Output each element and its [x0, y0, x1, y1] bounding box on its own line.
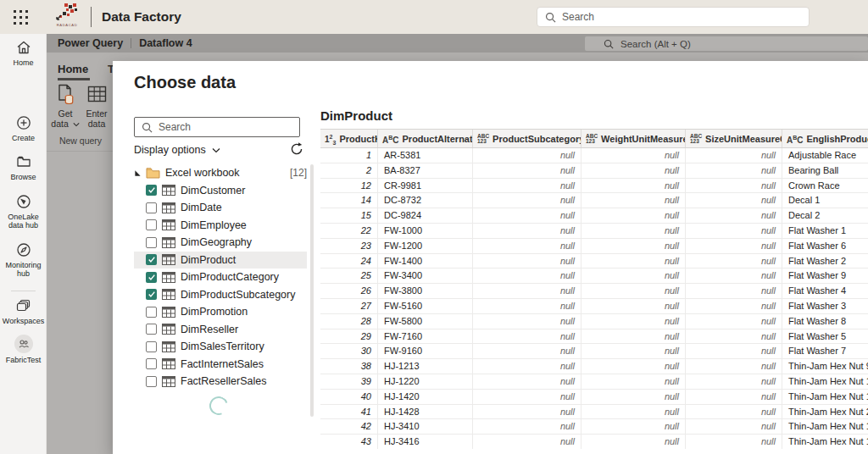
sidebar-item-create[interactable]: Create — [0, 114, 47, 142]
get-data-button[interactable]: Get data — [50, 83, 81, 129]
cell-ProductSubcategoryKey: null — [473, 284, 581, 298]
sidebar-item-home[interactable]: Home — [0, 39, 47, 67]
cell-ProductSubcategoryKey: null — [473, 359, 581, 374]
table-row: 23FW-1200nullnullnullFlat Washer 6 — [320, 239, 868, 254]
cell-EnglishProductName: Thin-Jam Hex Nut 15 — [782, 419, 868, 434]
preview-table-container: 123ProductKeyABCProductAlternateKeyABC12… — [320, 129, 868, 449]
cell-SizeUnitMeasureCode: null — [686, 148, 782, 163]
column-name: ProductAlternateKey — [403, 134, 473, 144]
sidebar-item-monitoring-hub[interactable]: Monitoring hub — [0, 241, 47, 278]
checkbox-checked[interactable] — [146, 272, 157, 283]
enter-data-label: Enter data — [86, 108, 107, 129]
tree-root-count: [12] — [290, 167, 307, 179]
checkbox-unchecked[interactable] — [146, 202, 157, 213]
table-icon — [162, 289, 175, 300]
get-data-label: Get data — [51, 108, 72, 129]
column-name: ProductKey — [339, 134, 378, 144]
cell-ProductAlternateKey: CR-9981 — [378, 179, 473, 193]
table-icon — [162, 341, 175, 352]
column-header-SizeUnitMeasureCode[interactable]: ABC123SizeUnitMeasureCode — [686, 130, 782, 147]
sidebar-item-browse[interactable]: Browse — [0, 153, 47, 181]
sidebar-item-fabrictest[interactable]: FabricTest — [0, 335, 47, 364]
cell-ProductKey: 15 — [320, 208, 378, 223]
search-icon — [604, 39, 614, 49]
checkbox-unchecked[interactable] — [146, 307, 157, 318]
checkbox-unchecked[interactable] — [146, 341, 157, 352]
table-icon — [162, 376, 175, 387]
cell-ProductKey: 30 — [320, 344, 378, 358]
enter-data-button[interactable]: Enter data — [81, 83, 112, 129]
cell-ProductSubcategoryKey: null — [473, 374, 581, 389]
expand-caret-icon[interactable] — [134, 169, 142, 177]
cell-EnglishProductName: Thin-Jam Hex Nut 9 — [782, 359, 868, 374]
dialog-search-input[interactable]: Search — [134, 117, 300, 137]
cell-EnglishProductName: Flat Washer 7 — [782, 344, 868, 358]
tree-item-DimReseller[interactable]: DimReseller — [134, 321, 307, 339]
tree-root-label: Excel workbook — [165, 167, 290, 179]
column-name: ProductSubcategoryKey — [492, 134, 581, 144]
tree-item-DimSalesTerritory[interactable]: DimSalesTerritory — [134, 338, 307, 356]
checkbox-unchecked[interactable] — [146, 376, 157, 387]
checkbox-checked[interactable] — [146, 185, 157, 196]
cell-ProductKey: 43 — [320, 435, 378, 449]
cell-WeightUnitMeasureCode: null — [581, 374, 686, 389]
checkbox-unchecked[interactable] — [146, 219, 157, 230]
tree-item-DimProductSubcategory[interactable]: DimProductSubcategory — [134, 286, 307, 304]
tree-item-FactResellerSales[interactable]: FactResellerSales — [134, 373, 307, 390]
table-icon — [162, 272, 175, 283]
cell-ProductAlternateKey: FW-5800 — [378, 314, 473, 329]
tree-item-DimGeography[interactable]: DimGeography — [134, 234, 307, 252]
checkbox-unchecked[interactable] — [146, 358, 157, 369]
cell-WeightUnitMeasureCode: null — [581, 390, 686, 404]
appbar-divider — [131, 38, 131, 48]
column-header-ProductAlternateKey[interactable]: ABCProductAlternateKey — [378, 130, 473, 147]
cell-SizeUnitMeasureCode: null — [686, 284, 782, 298]
column-header-ProductKey[interactable]: 123ProductKey — [320, 130, 378, 147]
tree-item-DimPromotion[interactable]: DimPromotion — [134, 303, 307, 321]
checkbox-unchecked[interactable] — [146, 237, 157, 248]
tree-root-excel-workbook[interactable]: Excel workbook [12] — [134, 164, 307, 182]
cell-WeightUnitMeasureCode: null — [581, 224, 686, 238]
tree-scrollbar[interactable] — [310, 164, 314, 417]
cell-ProductAlternateKey: FW-7160 — [378, 329, 473, 344]
sidebar-item-workspaces[interactable]: Workspaces — [0, 297, 47, 325]
column-header-EnglishProductName[interactable]: ABCEnglishProductName — [782, 130, 868, 147]
checkbox-checked[interactable] — [146, 289, 157, 300]
cell-EnglishProductName: Flat Washer 5 — [782, 329, 868, 344]
cell-SizeUnitMeasureCode: null — [686, 179, 782, 193]
refresh-button[interactable] — [289, 141, 304, 157]
tree-item-DimDate[interactable]: DimDate — [134, 199, 307, 217]
tree-item-DimEmployee[interactable]: DimEmployee — [134, 217, 307, 235]
app-launcher-icon[interactable] — [14, 10, 28, 25]
tree-item-DimProductCategory[interactable]: DimProductCategory — [134, 269, 307, 286]
table-icon — [162, 219, 175, 230]
column-header-WeightUnitMeasureCode[interactable]: ABC123WeightUnitMeasureCode — [581, 130, 686, 147]
column-header-ProductSubcategoryKey[interactable]: ABC123ProductSubcategoryKey — [473, 130, 581, 147]
cell-WeightUnitMeasureCode: null — [581, 344, 686, 358]
cell-SizeUnitMeasureCode: null — [686, 314, 782, 329]
cell-WeightUnitMeasureCode: null — [581, 314, 686, 329]
tree-item-label: DimProduct — [181, 254, 236, 266]
tree-item-FactInternetSales[interactable]: FactInternetSales — [134, 356, 307, 374]
app-title: Data Factory — [102, 9, 181, 25]
tree-item-DimCustomer[interactable]: DimCustomer — [134, 182, 307, 200]
display-options-dropdown[interactable]: Display options — [134, 144, 220, 156]
cell-ProductSubcategoryKey: null — [473, 390, 581, 404]
cell-SizeUnitMeasureCode: null — [686, 344, 782, 358]
tree-item-label: DimProductCategory — [181, 271, 279, 283]
ribbon-search-input[interactable]: Search (Alt + Q) — [585, 36, 868, 51]
cell-ProductKey: 23 — [320, 239, 378, 253]
display-options-label: Display options — [134, 144, 206, 156]
cell-ProductKey: 41 — [320, 405, 378, 419]
checkbox-checked[interactable] — [146, 254, 157, 265]
tree-item-DimProduct[interactable]: DimProduct — [134, 252, 307, 269]
sidebar-item-onelake-data-hub[interactable]: OneLake data hub — [0, 193, 47, 230]
cell-SizeUnitMeasureCode: null — [686, 374, 782, 389]
global-search-input[interactable]: Search — [537, 7, 810, 27]
checkbox-unchecked[interactable] — [146, 324, 157, 335]
tab-home[interactable]: Home — [58, 63, 88, 75]
dataflow-name[interactable]: Dataflow 4 — [139, 37, 192, 49]
table-icon — [162, 324, 175, 335]
cell-ProductAlternateKey: BA-8327 — [378, 163, 473, 178]
cell-ProductKey: 38 — [320, 359, 378, 374]
